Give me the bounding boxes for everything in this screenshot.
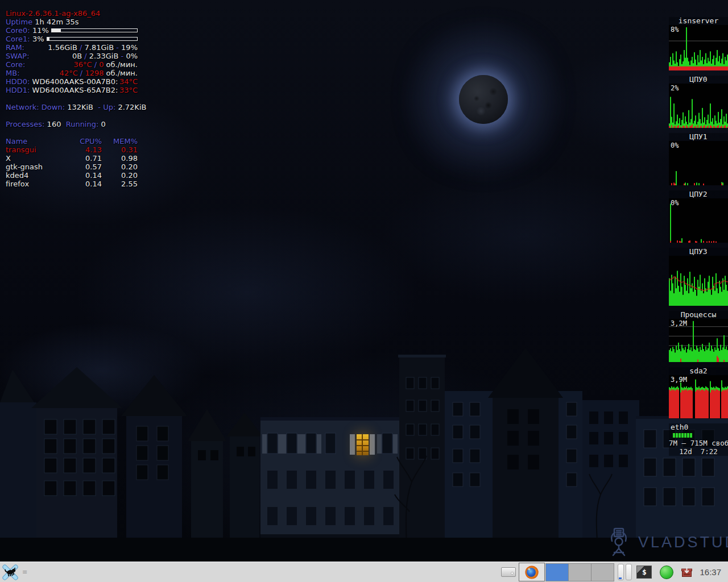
swap-line: SWAP:0B / 2.33GiB - 0% [6, 52, 138, 60]
workspace-3[interactable] [591, 563, 614, 581]
process-row-kded4: kded40.140.20 [6, 171, 138, 180]
status-indicator-green-icon[interactable] [660, 566, 673, 579]
workspace-pager [546, 563, 614, 581]
chart-title-sda2: sda2 [669, 367, 728, 375]
wallpaper-credit-text: VLADSTUDIO [638, 534, 728, 551]
workspace-1[interactable] [545, 563, 569, 581]
processes-line: Processes: 160 Running: 0 [6, 120, 138, 128]
conky-system-monitor: Linux-2.6.36.1-ag-x86_64 Uptime 1h 42m 3… [6, 9, 138, 188]
workspace-2[interactable] [568, 563, 592, 581]
package-box-icon [681, 566, 693, 578]
hdd0-line: HDD0: WD6400AAKS-00A7B0:34°C [6, 77, 138, 86]
chart-title-cpu2: ЦПУ2 [669, 190, 728, 198]
uptime-line: Uptime 1h 42m 35s [6, 18, 138, 26]
chart-label-isnserver: 8% [671, 26, 679, 34]
chart-label-processes: 3,2M [671, 319, 687, 327]
core1-usage-line: Core1: 3% [6, 35, 138, 43]
network-line: Network: Down: 132KiB - Up: 2.72KiB [6, 103, 138, 111]
monitor-chart-cpu3: ЦПУ3 [669, 248, 728, 306]
menu-glyph[interactable]: ≡ [22, 568, 27, 576]
monitor-eth0: eth07M – 715M свободн12d 7:22 [669, 423, 728, 456]
kernel-version: Linux-2.6.36.1-ag-x86_64 [6, 9, 138, 18]
start-menu-button[interactable] [2, 564, 19, 581]
system-uptime: 12d 7:22 [669, 447, 728, 456]
chart-label-cpu2: 0% [671, 199, 679, 207]
hdd1-line: HDD1: WD6400AAKS-65A7B2:33°C [6, 86, 138, 94]
monitor-chart-processes: Процессы3,2M [669, 311, 728, 362]
process-table-header: Name CPU% MEM% [6, 137, 138, 146]
system-tray: $ 16:37 [501, 563, 725, 581]
chart-graph-cpu0: 2% [669, 84, 728, 128]
removable-drive-icon[interactable] [501, 567, 516, 577]
wallpaper-credit: VLADSTUDIO [606, 527, 728, 557]
chart-label-cpu1: 0% [671, 142, 679, 149]
chart-title-isnserver: isnserver [669, 17, 728, 25]
chart-title-processes: Процессы [669, 311, 728, 319]
chart-title-cpu1: ЦПУ1 [669, 133, 728, 141]
core0-usage-bar [51, 28, 138, 32]
moon [459, 75, 508, 124]
volume-slider-right[interactable] [626, 564, 632, 580]
chart-title-eth0: eth0 [669, 423, 728, 431]
eth0-krell-meter [672, 433, 693, 438]
chart-graph-cpu1: 0% [669, 141, 728, 185]
core-temp-line: Core:36°C / 0 об./мин. [6, 60, 138, 69]
chart-graph-processes: 3,2M [669, 319, 728, 362]
monitor-chart-cpu0: ЦПУ02% [669, 76, 728, 128]
monitor-chart-isnserver: isnserver8% [669, 17, 728, 70]
chart-graph-cpu2: 0% [669, 198, 728, 243]
ram-line: RAM:1.56GiB / 7.81GiB - 19% [6, 43, 138, 52]
volume-slider-left[interactable] [618, 564, 624, 580]
chart-title-cpu0: ЦПУ0 [669, 76, 728, 84]
dollar-prompt-glyph: $ [642, 568, 647, 576]
core1-usage-bar [47, 37, 138, 41]
task-button-firefox[interactable] [519, 563, 545, 581]
terminal-tray-icon[interactable]: $ [636, 566, 652, 579]
chart-label-cpu0: 2% [671, 84, 679, 92]
fs-free-space: 7M – 715M свободн [669, 439, 728, 447]
chart-label-sda2: 3,9M [671, 376, 687, 384]
chart-graph-isnserver: 8% [669, 25, 728, 70]
monitor-chart-sda2: sda23,9M [669, 367, 728, 418]
chart-graph-cpu3 [669, 256, 728, 306]
monitor-chart-cpu1: ЦПУ10% [669, 133, 728, 185]
mb-temp-line: MB:42°C / 1298 об./мин. [6, 69, 138, 77]
taskbar: ≡ $ [0, 562, 728, 582]
monitor-chart-cpu2: ЦПУ20% [669, 190, 728, 243]
vladstudio-logo-icon [606, 527, 631, 557]
process-row-firefox: firefox0.142.55 [6, 180, 138, 188]
gkrellm-monitor-panel: isnserver8%ЦПУ02%ЦПУ10%ЦПУ20%ЦПУ3Процесс… [669, 17, 728, 461]
volume-applet[interactable] [618, 564, 632, 580]
process-row-x: X0.710.98 [6, 154, 138, 163]
firefox-icon [524, 565, 539, 580]
process-row-gtk-gnash: gtk-gnash0.570.20 [6, 163, 138, 171]
chart-title-cpu3: ЦПУ3 [669, 248, 728, 256]
process-row-transgui: transgui4.130.31 [6, 146, 138, 154]
core0-usage-line: Core0: 11% [6, 26, 138, 35]
package-updater-icon[interactable] [681, 566, 693, 578]
chart-graph-sda2: 3,9M [669, 375, 728, 418]
lit-window [357, 434, 369, 455]
taskbar-clock[interactable]: 16:37 [700, 567, 721, 577]
x11-beast-icon [2, 564, 18, 580]
desktop: VLADSTUDIO Linux-2.6.36.1-ag-x86_64 Upti… [0, 0, 728, 562]
